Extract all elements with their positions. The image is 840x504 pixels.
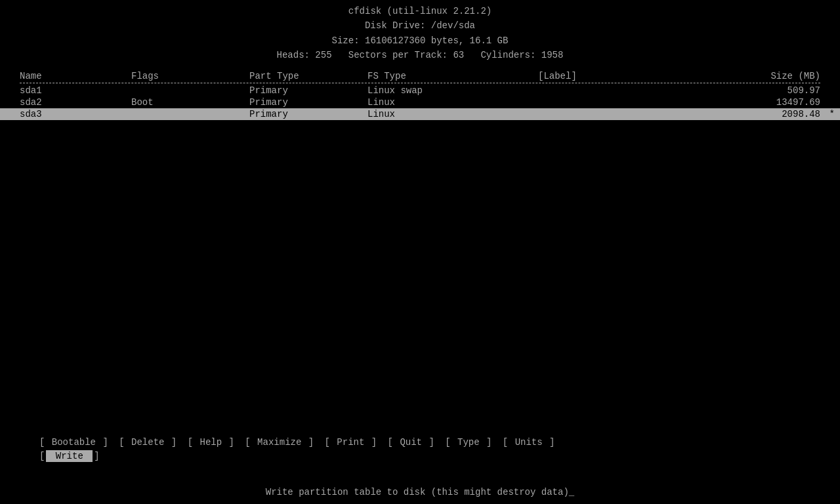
row-parttype: Primary [249,97,368,108]
delete-button[interactable]: [ Delete ] [119,437,177,448]
col-header-name: Name [20,71,131,81]
row-name: sda1 [20,85,131,96]
row-flags [131,109,249,119]
cylinders-label: Cylinders: 1958 [480,50,563,60]
size-label: Size: [332,35,365,46]
sectors-label: Sectors per Track: 63 [348,50,481,60]
table-row[interactable]: sda1 Primary Linux swap 509.97 [0,85,840,96]
quit-label: Quit [394,437,427,448]
table-row-selected[interactable]: sda3 Primary Linux 2098.48 * [0,108,840,120]
help-button[interactable]: [ Help ] [188,437,234,448]
maximize-button[interactable]: [ Maximize ] [245,437,314,448]
cfdisk-screen: cfdisk (util-linux 2.21.2) Disk Drive: /… [0,0,840,504]
disk-geometry-line: Heads: 255 Sectors per Track: 63 Cylinde… [0,48,840,62]
row-flags: Boot [131,97,249,108]
row-parttype: Primary [249,109,368,119]
units-label: Units [509,437,548,448]
column-headers: Name Flags Part Type FS Type [Label] Siz… [0,71,840,81]
disk-drive-value: /dev/sda [431,20,475,31]
row-size: 509.97 [682,85,820,96]
row-parttype: Primary [249,85,368,96]
type-button[interactable]: [ Type ] [445,437,492,448]
table-divider [20,83,820,83]
quit-button[interactable]: [ Quit ] [388,437,434,448]
bootable-button[interactable]: [ Bootable ] [39,437,108,448]
row-flags [131,85,249,96]
row-label [538,97,682,108]
status-text: Write partition table to disk (this migh… [266,487,574,497]
app-title: cfdisk (util-linux 2.21.2) [0,4,840,18]
disk-drive-label: Disk Drive: [365,20,431,31]
row-fstype: Linux [368,109,538,119]
col-header-fstype: FS Type [368,71,538,81]
print-button[interactable]: [ Print ] [325,437,377,448]
bottom-bar: [ Bootable ] [ Delete ] [ Help ] [ [0,437,840,465]
print-label: Print [331,437,370,448]
row-name: sda2 [20,97,131,108]
menu-line-1: [ Bootable ] [ Delete ] [ Help ] [ [39,437,801,448]
disk-drive-line: Disk Drive: /dev/sda [0,18,840,33]
row-size: 2098.48 [682,109,820,119]
disk-size-line: Size: 16106127360 bytes, 16.1 GB [0,33,840,48]
partition-table: Name Flags Part Type FS Type [Label] Siz… [0,71,840,120]
row-label [538,109,682,119]
row-fstype: Linux [368,97,538,108]
bootable-label: Bootable [46,437,101,448]
row-size: 13497.69 [682,97,820,108]
col-header-label: [Label] [538,71,682,81]
row-fstype: Linux swap [368,85,538,96]
heads-label: Heads: 255 [277,50,348,60]
units-button[interactable]: [ Units ] [503,437,555,448]
write-label: Write [46,450,93,462]
col-header-parttype: Part Type [249,71,368,81]
row-label [538,85,682,96]
header: cfdisk (util-linux 2.21.2) Disk Drive: /… [0,0,840,63]
table-row[interactable]: sda2 Boot Primary Linux 13497.69 [0,96,840,108]
row-name: sda3 [20,109,131,119]
type-label: Type [452,437,485,448]
status-line: Write partition table to disk (this migh… [0,487,840,497]
delete-label: Delete [126,437,170,448]
write-button[interactable]: [ Write ] [39,450,100,462]
row-marker: * [830,109,835,119]
col-header-size: Size (MB) [682,71,820,81]
maximize-label: Maximize [252,437,307,448]
menu-line-2: [ Write ] [39,450,801,462]
col-header-flags: Flags [131,71,249,81]
help-label: Help [194,437,227,448]
size-value: 16106127360 bytes, 16.1 GB [365,35,508,46]
